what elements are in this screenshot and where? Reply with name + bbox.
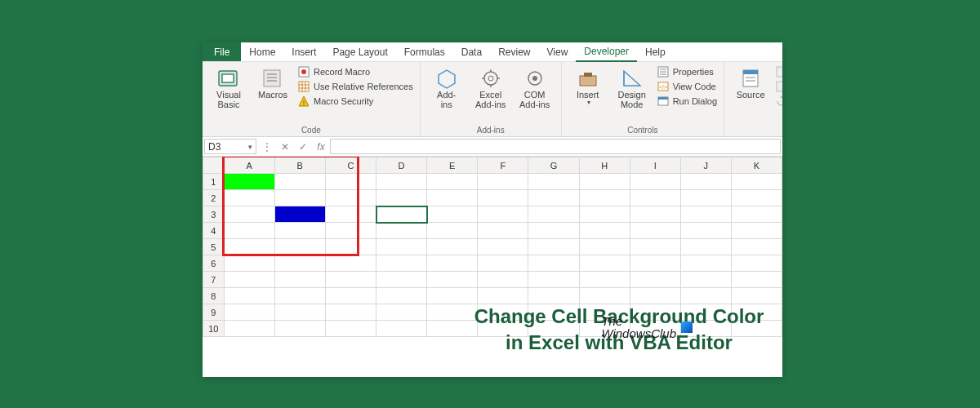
cell[interactable] — [478, 272, 528, 288]
column-header[interactable]: K — [731, 157, 782, 174]
formula-input[interactable] — [330, 139, 781, 154]
cell[interactable] — [528, 321, 579, 337]
cell[interactable] — [376, 190, 427, 206]
cell[interactable] — [325, 321, 376, 337]
column-header[interactable]: E — [427, 157, 478, 174]
row-header[interactable]: 2 — [203, 190, 225, 206]
cell[interactable] — [427, 288, 478, 304]
cell[interactable] — [731, 206, 782, 223]
row-header[interactable]: 7 — [203, 272, 225, 288]
cell[interactable] — [224, 206, 274, 223]
refresh-data-button[interactable]: Refres — [775, 95, 782, 108]
cell[interactable] — [680, 190, 731, 206]
cell[interactable] — [579, 239, 630, 255]
cancel-formula-button[interactable]: ✕ — [276, 137, 294, 156]
cell[interactable] — [325, 272, 376, 288]
column-header[interactable]: A — [224, 157, 274, 174]
cell[interactable] — [478, 174, 528, 190]
cell[interactable] — [325, 223, 376, 239]
tab-data[interactable]: Data — [453, 42, 490, 61]
insert-function-button[interactable]: fx — [312, 137, 330, 156]
cell[interactable] — [376, 304, 427, 321]
cell[interactable] — [528, 239, 579, 255]
row-header[interactable]: 1 — [203, 174, 225, 190]
cell[interactable] — [731, 321, 782, 337]
cell[interactable] — [274, 206, 325, 223]
cell[interactable] — [731, 223, 782, 239]
cell[interactable] — [427, 255, 478, 272]
column-header[interactable]: G — [528, 157, 579, 174]
cell[interactable] — [579, 288, 630, 304]
cell[interactable] — [579, 190, 630, 206]
visual-basic-button[interactable]: Visual Basic — [209, 65, 248, 111]
cell[interactable] — [427, 239, 478, 255]
row-header[interactable]: 4 — [203, 223, 225, 239]
cell[interactable] — [274, 272, 325, 288]
column-header[interactable]: D — [376, 157, 427, 174]
cell[interactable] — [731, 304, 782, 321]
cell[interactable] — [427, 321, 478, 337]
cell[interactable] — [731, 255, 782, 272]
cell[interactable] — [376, 321, 427, 337]
tab-insert[interactable]: Insert — [283, 42, 324, 61]
cell[interactable] — [427, 190, 478, 206]
cell[interactable] — [680, 239, 731, 255]
cell[interactable] — [630, 304, 680, 321]
cell[interactable] — [630, 255, 680, 272]
cell[interactable] — [224, 304, 274, 321]
cell[interactable] — [528, 206, 579, 223]
macro-security-button[interactable]: ! Macro Security — [297, 95, 413, 108]
cell[interactable] — [731, 239, 782, 255]
cell[interactable] — [274, 304, 325, 321]
cell[interactable] — [427, 223, 478, 239]
cell[interactable] — [528, 272, 579, 288]
tab-file[interactable]: File — [203, 42, 241, 61]
view-code-button[interactable]: </> View Code — [657, 80, 717, 93]
cell[interactable] — [731, 174, 782, 190]
cell[interactable] — [478, 304, 528, 321]
addins-button[interactable]: Add- ins — [427, 65, 466, 111]
cell[interactable] — [630, 272, 680, 288]
cell[interactable] — [376, 239, 427, 255]
cell[interactable] — [224, 255, 274, 272]
column-header[interactable]: I — [630, 157, 680, 174]
cell[interactable] — [579, 223, 630, 239]
cell[interactable] — [528, 223, 579, 239]
properties-button[interactable]: Properties — [657, 65, 717, 78]
cell[interactable] — [224, 288, 274, 304]
cell[interactable] — [376, 255, 427, 272]
cell[interactable] — [274, 174, 325, 190]
cell[interactable] — [731, 288, 782, 304]
cell[interactable] — [224, 239, 274, 255]
cell[interactable] — [427, 304, 478, 321]
row-header[interactable]: 9 — [203, 304, 225, 321]
cell[interactable] — [579, 304, 630, 321]
cell[interactable] — [579, 255, 630, 272]
cell[interactable] — [630, 223, 680, 239]
cell[interactable] — [325, 190, 376, 206]
cell[interactable] — [325, 255, 376, 272]
cell[interactable] — [376, 223, 427, 239]
column-header[interactable]: F — [478, 157, 528, 174]
tab-page-layout[interactable]: Page Layout — [324, 42, 395, 61]
row-header[interactable]: 6 — [203, 255, 225, 272]
com-addins-button[interactable]: COM Add-ins — [515, 65, 555, 111]
cell[interactable] — [630, 206, 680, 223]
run-dialog-button[interactable]: Run Dialog — [657, 95, 717, 108]
cell[interactable] — [630, 288, 680, 304]
cell[interactable] — [630, 321, 680, 337]
cell[interactable] — [680, 304, 731, 321]
cell[interactable] — [478, 255, 528, 272]
cell[interactable] — [478, 223, 528, 239]
cell[interactable] — [224, 223, 274, 239]
cell[interactable] — [579, 174, 630, 190]
cell[interactable] — [224, 321, 274, 337]
cell[interactable] — [427, 174, 478, 190]
cell[interactable] — [478, 239, 528, 255]
expand-formula-bar-button[interactable]: ⋮ — [258, 137, 276, 156]
source-button[interactable]: Source — [731, 65, 770, 101]
cell[interactable] — [478, 321, 528, 337]
cell[interactable] — [224, 190, 274, 206]
column-header[interactable]: B — [274, 157, 325, 174]
tab-review[interactable]: Review — [490, 42, 538, 61]
